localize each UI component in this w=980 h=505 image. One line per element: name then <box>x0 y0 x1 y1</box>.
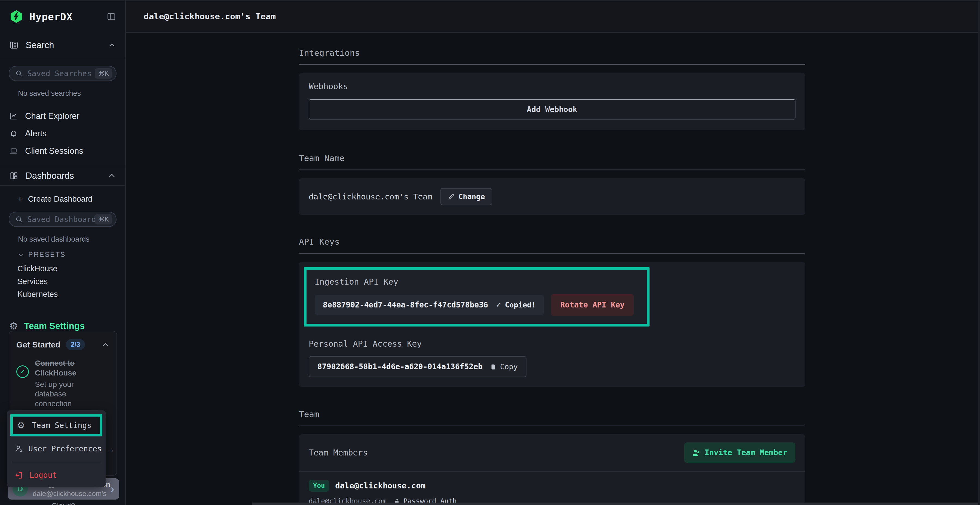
sidebar: HyperDX Search ⌘K No saved searches <box>0 0 126 505</box>
search-icon <box>15 70 23 77</box>
step-title: Connect to ClickHouse <box>35 359 76 377</box>
api-keys-heading: API Keys <box>299 237 805 246</box>
divider <box>299 64 805 65</box>
tutorial-highlight-box: ⚙ Team Settings <box>10 414 102 437</box>
chevron-right-icon: › <box>110 483 115 495</box>
user-gear-icon <box>15 445 24 453</box>
get-started-header[interactable]: Get Started 2/3 <box>16 339 110 350</box>
sidebar-item-label: Alerts <box>25 129 46 138</box>
copied-indicator: ✓ Copied! <box>496 301 536 309</box>
user-plus-icon <box>692 449 700 457</box>
team-members-title: Team Members <box>309 448 368 457</box>
menu-item-logout[interactable]: Logout <box>10 467 102 483</box>
bell-icon <box>9 129 19 138</box>
clipped-text-fragment: Cloud? <box>52 502 75 505</box>
team-name-heading: Team Name <box>299 153 805 163</box>
shortcut-badge: ⌘K <box>95 68 112 79</box>
laptop-icon <box>9 147 19 156</box>
plus-icon: + <box>18 194 22 204</box>
hyperdx-logo-icon <box>9 10 24 24</box>
app-window: HyperDX Search ⌘K No saved searches <box>0 0 980 505</box>
preset-services[interactable]: Services <box>18 275 125 288</box>
personal-key-value: 87982668-58b1-4d6e-a620-014a136f52eb <box>317 362 483 371</box>
saved-dashboards-field[interactable] <box>27 215 95 224</box>
dashboards-section-label: Dashboards <box>25 171 74 181</box>
menu-item-label: User Preferences <box>28 444 102 453</box>
you-badge: You <box>309 480 329 492</box>
preset-clickhouse[interactable]: ClickHouse <box>18 262 125 275</box>
user-menu-popup: ⚙ Team Settings User Preferences Logout <box>7 410 106 487</box>
invite-label: Invite Team Member <box>705 448 787 457</box>
team-settings-page: Integrations Webhooks Add Webhook Team N… <box>126 33 978 505</box>
sidebar-item-alerts[interactable]: Alerts <box>0 125 125 142</box>
get-started-step-connect[interactable]: ✓ Connect to ClickHouse Set up your data… <box>16 358 110 409</box>
check-icon: ✓ <box>496 301 502 309</box>
menu-item-label: Team Settings <box>32 421 91 430</box>
chevron-up-icon[interactable] <box>102 341 110 349</box>
sidebar-item-chart-explorer[interactable]: Chart Explorer <box>0 108 125 125</box>
step-subtitle: Set up your database connection <box>35 380 103 409</box>
copy-button[interactable]: Copy <box>490 362 518 371</box>
member-name: dale@clickhouse.com <box>335 481 425 490</box>
change-label: Change <box>458 192 485 201</box>
team-settings-label: Team Settings <box>24 321 85 331</box>
webhooks-card: Webhooks Add Webhook <box>299 73 805 130</box>
ingestion-key-value: 8e887902-4ed7-44ea-8fec-f47cd578be36 <box>323 300 488 310</box>
presets-toggle[interactable]: PRESETS <box>18 251 125 259</box>
divider <box>299 426 805 426</box>
invite-team-member-button[interactable]: Invite Team Member <box>684 442 795 463</box>
copied-label: Copied! <box>505 301 536 309</box>
saved-searches-input[interactable]: ⌘K <box>9 66 116 81</box>
preset-kubernetes[interactable]: Kubernetes <box>18 288 125 301</box>
sidebar-section-dashboards[interactable]: Dashboards <box>0 166 125 186</box>
menu-item-user-preferences[interactable]: User Preferences <box>10 441 102 457</box>
progress-badge: 2/3 <box>66 339 85 350</box>
add-webhook-button[interactable]: Add Webhook <box>309 99 795 119</box>
saved-searches-field[interactable] <box>27 69 95 78</box>
user-team: dale@clickhouse.com's <box>33 489 110 498</box>
logo-row: HyperDX <box>0 0 125 33</box>
horizontal-scrollbar[interactable] <box>252 503 978 505</box>
change-team-name-button[interactable]: Change <box>441 188 492 205</box>
divider <box>299 170 805 170</box>
pencil-icon <box>447 193 455 200</box>
saved-dashboards-input[interactable]: ⌘K <box>9 212 116 227</box>
page-title: dale@clickhouse.com's Team <box>144 11 276 21</box>
menu-item-team-settings[interactable]: ⚙ Team Settings <box>13 416 100 434</box>
menu-divider <box>12 462 101 462</box>
chart-icon <box>9 112 19 121</box>
integrations-heading: Integrations <box>299 48 805 58</box>
rotate-api-key-button[interactable]: Rotate API Key <box>551 294 634 316</box>
api-keys-card: Ingestion API Key 8e887902-4ed7-44ea-8fe… <box>299 262 805 387</box>
collapse-sidebar-icon[interactable] <box>107 12 116 21</box>
create-dashboard-label: Create Dashboard <box>28 195 92 203</box>
team-name-value: dale@clickhouse.com's Team <box>309 192 432 201</box>
team-heading: Team <box>299 409 805 419</box>
preset-list: ClickHouse Services Kubernetes <box>0 262 125 301</box>
search-icon <box>15 216 23 223</box>
arrow-right-icon[interactable]: → <box>106 444 115 455</box>
team-name-card: dale@clickhouse.com's Team Change <box>299 178 805 215</box>
divider <box>299 253 805 254</box>
ingestion-key-chip[interactable]: 8e887902-4ed7-44ea-8fec-f47cd578be36 ✓ C… <box>315 295 544 315</box>
personal-key-label: Personal API Access Key <box>309 339 795 349</box>
chevron-up-icon[interactable] <box>108 41 116 49</box>
tutorial-highlight-box: Ingestion API Key 8e887902-4ed7-44ea-8fe… <box>304 267 649 327</box>
main-area: dale@clickhouse.com's Team Integrations … <box>126 0 980 505</box>
gear-icon: ⚙ <box>17 420 27 430</box>
create-dashboard-button[interactable]: + Create Dashboard <box>18 194 125 204</box>
personal-key-chip[interactable]: 87982668-58b1-4d6e-a620-014a136f52eb Cop… <box>309 356 527 377</box>
sidebar-item-client-sessions[interactable]: Client Sessions <box>0 142 125 160</box>
chevron-up-icon[interactable] <box>108 172 116 180</box>
sidebar-nav: Chart Explorer Alerts Client Sessions <box>0 108 125 160</box>
team-members-header: Team Members Invite Team Member <box>299 434 805 472</box>
sidebar-item-label: Client Sessions <box>25 146 83 156</box>
get-started-title: Get Started <box>16 340 60 349</box>
page-header: dale@clickhouse.com's Team <box>126 0 978 33</box>
sidebar-section-search[interactable]: Search <box>0 33 125 58</box>
team-members-card: Team Members Invite Team Member You dale… <box>299 434 805 505</box>
no-saved-searches-note: No saved searches <box>18 89 125 98</box>
ingestion-key-label: Ingestion API Key <box>315 277 634 286</box>
sidebar-item-label: Chart Explorer <box>25 111 80 121</box>
gear-icon: ⚙ <box>9 321 18 331</box>
